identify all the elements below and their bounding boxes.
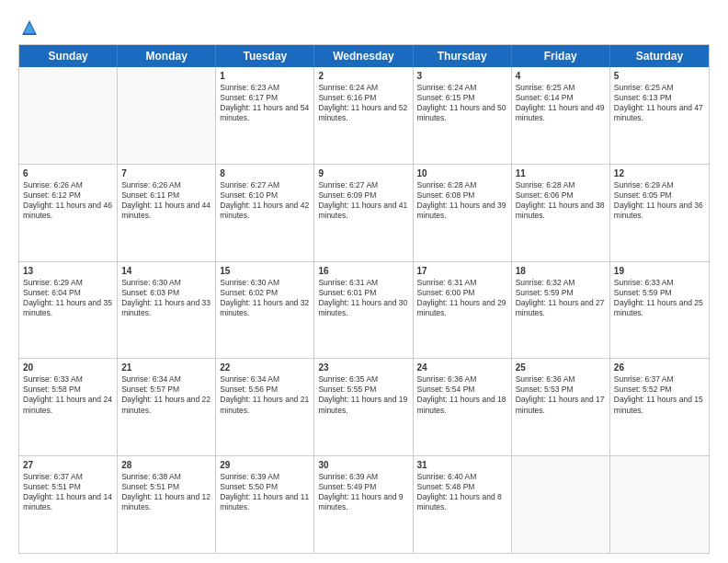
cal-cell: 8Sunrise: 6:27 AMSunset: 6:10 PMDaylight… — [216, 165, 314, 261]
day-info: Sunrise: 6:40 AM — [417, 472, 507, 482]
day-info: Daylight: 11 hours and 32 minutes. — [220, 298, 310, 318]
cal-cell: 31Sunrise: 6:40 AMSunset: 5:48 PMDayligh… — [414, 456, 512, 553]
day-info: Sunrise: 6:31 AM — [318, 278, 408, 288]
cal-cell: 24Sunrise: 6:36 AMSunset: 5:54 PMDayligh… — [414, 359, 512, 455]
day-info: Sunrise: 6:24 AM — [318, 83, 408, 93]
cal-cell: 13Sunrise: 6:29 AMSunset: 6:04 PMDayligh… — [19, 262, 118, 359]
day-info: Sunrise: 6:25 AM — [516, 83, 606, 93]
day-info: Sunrise: 6:39 AM — [220, 472, 310, 482]
day-number: 1 — [220, 70, 310, 82]
cal-week-1: 1Sunrise: 6:23 AMSunset: 6:17 PMDaylight… — [19, 67, 709, 165]
cal-cell: 15Sunrise: 6:30 AMSunset: 6:02 PMDayligh… — [216, 262, 314, 359]
day-info: Daylight: 11 hours and 12 minutes. — [121, 492, 211, 512]
day-info: Sunset: 6:09 PM — [318, 190, 408, 201]
day-number: 27 — [23, 459, 113, 471]
day-info: Sunset: 5:55 PM — [318, 385, 408, 395]
day-info: Sunrise: 6:37 AM — [614, 374, 705, 385]
calendar-body: 1Sunrise: 6:23 AMSunset: 6:17 PMDaylight… — [19, 67, 709, 553]
day-number: 19 — [614, 265, 705, 277]
day-number: 7 — [121, 167, 211, 179]
day-info: Sunset: 6:11 PM — [121, 190, 211, 201]
day-number: 10 — [417, 167, 507, 179]
day-number: 14 — [121, 265, 211, 277]
header-day-friday: Friday — [512, 45, 610, 67]
day-info: Sunset: 6:06 PM — [516, 190, 606, 201]
logo-icon — [20, 18, 39, 37]
day-info: Sunset: 6:03 PM — [121, 288, 211, 298]
cal-cell: 17Sunrise: 6:31 AMSunset: 6:00 PMDayligh… — [414, 262, 512, 359]
cal-cell: 10Sunrise: 6:28 AMSunset: 6:08 PMDayligh… — [414, 165, 512, 261]
cal-cell: 29Sunrise: 6:39 AMSunset: 5:50 PMDayligh… — [216, 456, 314, 553]
cal-cell: 25Sunrise: 6:36 AMSunset: 5:53 PMDayligh… — [512, 359, 610, 455]
header — [18, 18, 710, 37]
day-info: Sunset: 6:00 PM — [417, 288, 507, 298]
day-info: Sunset: 6:16 PM — [318, 93, 408, 103]
page: SundayMondayTuesdayWednesdayThursdayFrid… — [0, 0, 728, 563]
day-info: Sunrise: 6:31 AM — [417, 278, 507, 288]
cal-cell: 16Sunrise: 6:31 AMSunset: 6:01 PMDayligh… — [314, 262, 413, 359]
day-info: Sunrise: 6:26 AM — [23, 180, 113, 190]
cal-week-3: 13Sunrise: 6:29 AMSunset: 6:04 PMDayligh… — [19, 262, 709, 360]
cal-cell: 28Sunrise: 6:38 AMSunset: 5:51 PMDayligh… — [118, 456, 216, 553]
day-info: Sunrise: 6:33 AM — [23, 374, 113, 385]
cal-cell: 1Sunrise: 6:23 AMSunset: 6:17 PMDaylight… — [216, 67, 314, 164]
day-info: Daylight: 11 hours and 29 minutes. — [417, 298, 507, 318]
day-number: 29 — [220, 459, 310, 471]
day-number: 25 — [516, 362, 606, 373]
day-info: Daylight: 11 hours and 15 minutes. — [614, 395, 705, 415]
day-number: 30 — [318, 459, 408, 471]
day-info: Daylight: 11 hours and 17 minutes. — [516, 395, 606, 415]
cal-cell — [19, 67, 118, 164]
day-number: 13 — [23, 265, 113, 277]
day-number: 21 — [121, 362, 211, 373]
day-number: 9 — [318, 167, 408, 179]
day-info: Sunset: 6:01 PM — [318, 288, 408, 298]
day-info: Sunset: 5:59 PM — [516, 288, 606, 298]
calendar: SundayMondayTuesdayWednesdayThursdayFrid… — [18, 44, 710, 554]
day-info: Daylight: 11 hours and 41 minutes. — [318, 201, 408, 221]
cal-cell: 21Sunrise: 6:34 AMSunset: 5:57 PMDayligh… — [118, 359, 216, 455]
day-info: Daylight: 11 hours and 24 minutes. — [23, 395, 113, 415]
day-info: Sunrise: 6:32 AM — [516, 278, 606, 288]
day-info: Daylight: 11 hours and 54 minutes. — [220, 103, 310, 123]
day-info: Sunrise: 6:36 AM — [516, 374, 606, 385]
cal-cell: 23Sunrise: 6:35 AMSunset: 5:55 PMDayligh… — [314, 359, 413, 455]
day-number: 16 — [318, 265, 408, 277]
day-info: Sunset: 6:17 PM — [220, 93, 310, 103]
day-number: 15 — [220, 265, 310, 277]
day-info: Daylight: 11 hours and 33 minutes. — [121, 298, 211, 318]
day-info: Sunset: 5:59 PM — [614, 288, 705, 298]
day-number: 26 — [614, 362, 705, 373]
header-day-monday: Monday — [118, 45, 216, 67]
cal-cell: 27Sunrise: 6:37 AMSunset: 5:51 PMDayligh… — [19, 456, 118, 553]
day-info: Daylight: 11 hours and 36 minutes. — [614, 201, 705, 221]
day-info: Daylight: 11 hours and 52 minutes. — [318, 103, 408, 123]
day-info: Sunrise: 6:23 AM — [220, 83, 310, 93]
day-info: Sunset: 5:57 PM — [121, 385, 211, 395]
cal-week-4: 20Sunrise: 6:33 AMSunset: 5:58 PMDayligh… — [19, 359, 709, 456]
day-info: Daylight: 11 hours and 25 minutes. — [614, 298, 705, 318]
cal-cell: 30Sunrise: 6:39 AMSunset: 5:49 PMDayligh… — [314, 456, 413, 553]
cal-cell: 14Sunrise: 6:30 AMSunset: 6:03 PMDayligh… — [118, 262, 216, 359]
day-number: 5 — [614, 70, 705, 82]
day-info: Daylight: 11 hours and 21 minutes. — [220, 395, 310, 415]
day-number: 24 — [417, 362, 507, 373]
cal-cell: 4Sunrise: 6:25 AMSunset: 6:14 PMDaylight… — [512, 67, 610, 164]
day-info: Sunrise: 6:38 AM — [121, 472, 211, 482]
cal-cell: 11Sunrise: 6:28 AMSunset: 6:06 PMDayligh… — [512, 165, 610, 261]
day-info: Daylight: 11 hours and 39 minutes. — [417, 201, 507, 221]
day-number: 18 — [516, 265, 606, 277]
day-info: Daylight: 11 hours and 27 minutes. — [516, 298, 606, 318]
day-info: Sunset: 5:54 PM — [417, 385, 507, 395]
day-info: Sunrise: 6:33 AM — [614, 278, 705, 288]
day-number: 11 — [516, 167, 606, 179]
day-info: Daylight: 11 hours and 47 minutes. — [614, 103, 705, 123]
logo — [18, 18, 39, 37]
day-info: Daylight: 11 hours and 8 minutes. — [417, 492, 507, 512]
day-info: Sunrise: 6:30 AM — [220, 278, 310, 288]
day-info: Sunrise: 6:29 AM — [614, 180, 705, 190]
cal-cell: 12Sunrise: 6:29 AMSunset: 6:05 PMDayligh… — [610, 165, 709, 261]
day-info: Sunset: 6:14 PM — [516, 93, 606, 103]
day-info: Sunset: 5:48 PM — [417, 482, 507, 492]
day-info: Sunset: 6:05 PM — [614, 190, 705, 201]
